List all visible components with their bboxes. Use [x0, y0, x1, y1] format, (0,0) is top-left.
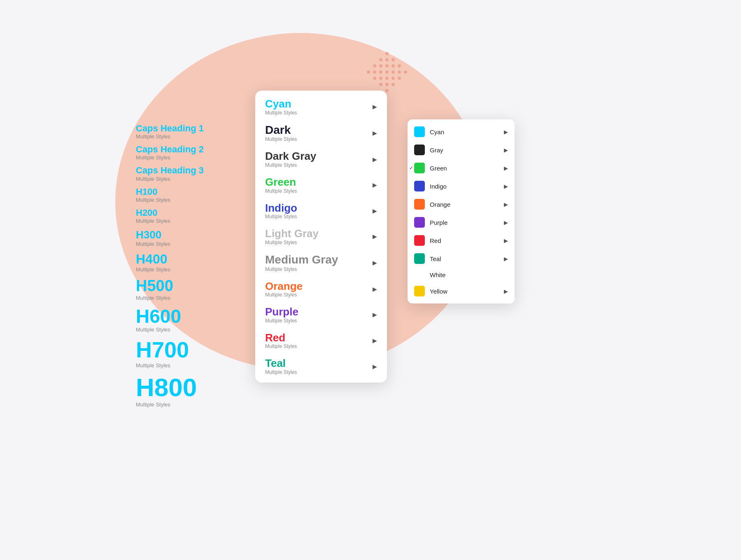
arrow-icon: ▶: [504, 129, 508, 135]
color-label-indigo: Indigo: [430, 183, 504, 190]
list-item[interactable]: H400 Multiple Styles: [136, 252, 235, 273]
list-item[interactable]: H600 Multiple Styles: [136, 306, 235, 333]
list-item[interactable]: H500 Multiple Styles: [136, 278, 235, 301]
list-item[interactable]: H300 Multiple Styles: [136, 229, 235, 247]
right-panel-item-purple[interactable]: Purple ▶: [408, 213, 515, 231]
right-panel-item-cyan[interactable]: Cyan ▶: [408, 123, 515, 141]
arrow-icon: ▶: [373, 233, 377, 240]
right-panel-item-yellow[interactable]: Yellow ▶: [408, 282, 515, 300]
svg-point-5: [379, 64, 382, 68]
heading-title: Caps Heading 3: [136, 166, 235, 175]
color-swatch-yellow: [414, 286, 425, 296]
menu-item-title: Light Gray: [265, 228, 319, 240]
list-item[interactable]: H700 Multiple Styles: [136, 338, 235, 368]
arrow-icon: ▶: [504, 165, 508, 171]
left-panel: Caps Heading 1 Multiple Styles Caps Head…: [136, 124, 235, 413]
color-swatch-cyan: [414, 126, 425, 137]
right-panel-item-red[interactable]: Red ▶: [408, 231, 515, 250]
svg-point-11: [379, 70, 382, 74]
arrow-icon: ▶: [504, 219, 508, 226]
menu-item-title: Dark Gray: [265, 150, 316, 162]
middle-panel: Cyan Multiple Styles ▶ Dark Multiple Sty…: [255, 91, 387, 383]
svg-point-4: [373, 64, 376, 68]
right-panel-item-white[interactable]: White: [408, 268, 515, 282]
list-item[interactable]: Caps Heading 1 Multiple Styles: [136, 124, 235, 140]
list-item[interactable]: H100 Multiple Styles: [136, 187, 235, 203]
heading-title: H100: [136, 187, 235, 197]
menu-item-sub: Multiple Styles: [265, 110, 297, 116]
heading-title: H400: [136, 252, 235, 266]
color-label-gray: Gray: [430, 147, 504, 154]
arrow-icon: ▶: [504, 201, 508, 208]
menu-item-dark[interactable]: Dark Multiple Styles ▶: [255, 120, 387, 147]
heading-sub: Multiple Styles: [136, 154, 235, 161]
arrow-icon: ▶: [373, 208, 377, 214]
heading-sub: Multiple Styles: [136, 295, 235, 301]
menu-item-title: Orange: [265, 280, 303, 292]
arrow-icon: ▶: [504, 183, 508, 189]
heading-sub: Multiple Styles: [136, 133, 235, 140]
menu-item-teal[interactable]: Teal Multiple Styles ▶: [255, 353, 387, 379]
menu-item-cyan[interactable]: Cyan Multiple Styles ▶: [255, 94, 387, 120]
arrow-icon: ▶: [504, 147, 508, 153]
svg-point-14: [398, 70, 401, 74]
color-label-purple: Purple: [430, 219, 504, 226]
heading-title: H300: [136, 229, 235, 241]
color-label-red: Red: [430, 237, 504, 244]
svg-point-17: [379, 77, 382, 80]
menu-item-indigo[interactable]: Indigo Multiple Styles ▶: [255, 198, 387, 224]
list-item[interactable]: Caps Heading 2 Multiple Styles: [136, 145, 235, 161]
right-panel-item-teal[interactable]: Teal ▶: [408, 250, 515, 268]
color-label-orange: Orange: [430, 201, 504, 208]
arrow-icon: ▶: [373, 182, 377, 188]
list-item[interactable]: H200 Multiple Styles: [136, 208, 235, 224]
heading-sub: Multiple Styles: [136, 218, 235, 224]
checkmark-icon: ✓: [409, 165, 413, 171]
svg-point-15: [404, 70, 407, 74]
menu-item-light-gray[interactable]: Light Gray Multiple Styles ▶: [255, 224, 387, 250]
menu-item-green[interactable]: Green Multiple Styles ▶: [255, 172, 387, 198]
menu-item-title: Purple: [265, 306, 298, 318]
menu-item-medium-gray[interactable]: Medium Gray Multiple Styles ▶: [255, 250, 387, 276]
menu-item-dark-gray[interactable]: Dark Gray Multiple Styles ▶: [255, 146, 387, 172]
arrow-icon: ▶: [373, 130, 377, 136]
svg-point-3: [391, 58, 395, 61]
color-swatch-teal: [414, 253, 425, 264]
heading-title: H800: [136, 373, 235, 401]
color-label-green: Green: [430, 165, 504, 172]
list-item[interactable]: Caps Heading 3 Multiple Styles: [136, 166, 235, 182]
menu-item-sub: Multiple Styles: [265, 136, 297, 142]
color-swatch-gray: [414, 145, 425, 155]
color-label-white: White: [430, 271, 508, 278]
svg-point-18: [385, 77, 389, 80]
arrow-icon: ▶: [373, 259, 377, 266]
heading-sub: Multiple Styles: [136, 266, 235, 273]
arrow-icon: ▶: [373, 286, 377, 292]
color-label-teal: Teal: [430, 255, 504, 262]
list-item[interactable]: H800 Multiple Styles: [136, 373, 235, 408]
arrow-icon: ▶: [373, 337, 377, 344]
arrow-icon: ▶: [373, 363, 377, 370]
menu-item-sub: Multiple Styles: [265, 318, 298, 324]
heading-title: H600: [136, 306, 235, 327]
heading-title: H500: [136, 278, 235, 295]
svg-point-24: [385, 89, 389, 92]
menu-item-title: Green: [265, 176, 297, 188]
menu-item-purple[interactable]: Purple Multiple Styles ▶: [255, 302, 387, 328]
heading-sub: Multiple Styles: [136, 241, 235, 247]
svg-point-1: [379, 58, 382, 61]
right-panel-item-indigo[interactable]: Indigo ▶: [408, 177, 515, 195]
right-panel-item-green[interactable]: ✓ Green ▶: [408, 159, 515, 177]
menu-item-title: Teal: [265, 357, 297, 369]
heading-sub: Multiple Styles: [136, 176, 235, 182]
right-panel-item-gray[interactable]: Gray ▶: [408, 141, 515, 159]
menu-item-sub: Multiple Styles: [265, 343, 297, 349]
color-swatch-red: [414, 235, 425, 246]
heading-title: H700: [136, 338, 235, 362]
menu-item-red[interactable]: Red Multiple Styles ▶: [255, 328, 387, 354]
heading-title: H200: [136, 208, 235, 218]
right-panel-item-orange[interactable]: Orange ▶: [408, 195, 515, 213]
menu-item-sub: Multiple Styles: [265, 266, 338, 272]
menu-item-orange[interactable]: Orange Multiple Styles ▶: [255, 276, 387, 302]
color-swatch-indigo: [414, 181, 425, 191]
